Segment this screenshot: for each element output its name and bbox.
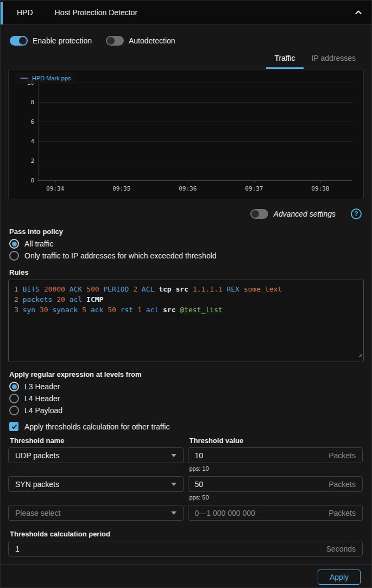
code-line: 1 BITS 20000 ACK 500 PERIOD 2 ACL tcp sr… <box>14 284 358 294</box>
traffic-chart: HPD Mark pps 108642009:3409:3509:3609:37… <box>8 69 364 199</box>
select-value: SYN packets <box>15 480 59 489</box>
y-tick-label: 2 <box>12 157 34 165</box>
x-tick-mark <box>122 180 122 182</box>
code-token-num: 5 <box>82 306 86 314</box>
apply-button[interactable]: Apply <box>318 570 361 585</box>
code-token-ln: 2 <box>14 295 18 304</box>
x-tick-label: 09:37 <box>245 185 263 192</box>
x-tick-label: 09:36 <box>179 185 197 192</box>
rules-label: Rules <box>9 268 363 276</box>
threshold-name-label: Threshold name <box>10 437 184 445</box>
hint-spacer <box>8 463 184 476</box>
tab-ip-addresses[interactable]: IP addresses <box>304 50 364 69</box>
x-tick-label: 09:35 <box>112 185 130 192</box>
period-label: Thresholds calculation period <box>10 530 363 538</box>
advanced-settings-label: Advanced settings <box>274 210 336 218</box>
radio-label: L4 Header <box>24 394 60 403</box>
input-value: 1 <box>15 545 326 553</box>
autodetection-label: Autodetection <box>129 36 175 45</box>
radio-only-exceeded-threshold[interactable]: Only traffic to IP addresses for which e… <box>9 251 363 261</box>
tab-traffic[interactable]: Traffic <box>266 50 303 69</box>
rules-editor[interactable]: 1 BITS 20000 ACK 500 PERIOD 2 ACL tcp sr… <box>8 280 364 362</box>
code-token-op: src <box>175 285 188 293</box>
checkbox-check-icon <box>9 422 18 431</box>
input-unit: Packets <box>329 480 356 489</box>
gridline <box>39 122 352 122</box>
code-token-ln: 1 <box>14 285 18 293</box>
toggle-knob <box>19 37 27 45</box>
autodetection-toggle[interactable] <box>106 36 124 46</box>
input-unit: Packets <box>329 509 356 517</box>
code-token-kw: ACL <box>142 285 154 293</box>
help-icon[interactable]: ? <box>351 208 362 219</box>
enable-protection-toggle[interactable] <box>10 36 28 46</box>
threshold-name-select-2[interactable]: SYN packets <box>8 476 184 492</box>
chart-plot-area: 108642009:3409:3509:3609:3709:38 <box>38 83 352 181</box>
code-token-op: ICMP <box>86 295 103 304</box>
code-token-kw: ACK <box>70 285 82 293</box>
code-token-kw: acl <box>146 306 159 314</box>
code-token-list: @test_list <box>180 306 222 314</box>
y-tick-label: 4 <box>12 138 34 145</box>
caret-down-icon <box>171 483 176 486</box>
toggles-row: Enable protection Autodetection <box>10 36 363 46</box>
code-token-op: src <box>163 306 175 314</box>
code-token-kw: ack <box>91 306 103 314</box>
radio-label: L4 Payload <box>24 406 62 415</box>
panel-header[interactable]: HPD Host Protection Detector <box>1 1 371 25</box>
threshold-name-select-1[interactable]: UDP packets <box>8 447 184 463</box>
y-tick-label: 8 <box>12 99 34 106</box>
x-tick-mark <box>320 180 321 182</box>
radio-l4-payload[interactable]: L4 Payload <box>9 406 363 415</box>
x-tick-label: 09:34 <box>46 185 64 192</box>
threshold-value-input-3[interactable]: 0—1 000 000 000 Packets <box>188 505 363 521</box>
x-tick-mark <box>254 180 255 182</box>
input-value: 10 <box>195 451 329 460</box>
toggle-knob <box>107 37 115 45</box>
thresholds-section: Threshold name Threshold value UDP packe… <box>8 437 363 521</box>
legend-line-icon <box>20 78 28 79</box>
code-token-kw: REX <box>226 285 239 293</box>
radio-icon <box>9 382 19 391</box>
threshold-name-select-3[interactable]: Please select <box>8 505 184 521</box>
code-token-ln: 3 <box>14 306 18 314</box>
gridline <box>39 161 352 161</box>
enable-protection-label: Enable protection <box>33 36 92 45</box>
input-value: 50 <box>195 480 329 489</box>
input-unit: Seconds <box>326 545 356 553</box>
radio-l4-header[interactable]: L4 Header <box>9 394 363 403</box>
code-token-num: 20000 <box>44 285 65 293</box>
threshold-value-input-2[interactable]: 50 Packets <box>188 476 363 492</box>
y-tick-label: 0 <box>12 177 34 184</box>
threshold-value-input-1[interactable]: 10 Packets <box>188 447 363 463</box>
caret-down-icon <box>171 511 176 515</box>
radio-label: L3 Header <box>24 382 60 391</box>
input-placeholder: 0—1 000 000 000 <box>195 509 329 517</box>
x-tick-mark <box>188 180 188 182</box>
chart-legend[interactable]: HPD Mark pps <box>15 73 76 84</box>
code-token-op: tcp <box>159 285 171 293</box>
radio-l3-header[interactable]: L3 Header <box>9 382 363 391</box>
toggle-knob <box>251 210 259 218</box>
code-token-str: some_text <box>244 285 282 293</box>
y-tick-label: 6 <box>12 118 34 125</box>
thresholds-other-traffic-checkbox-row[interactable]: Apply thresholds calculation for other t… <box>9 422 363 431</box>
tabs: Traffic IP addresses <box>8 50 364 69</box>
collapse-chevron-icon[interactable] <box>354 8 363 17</box>
threshold-value-label: Threshold value <box>190 437 363 445</box>
resize-handle-icon[interactable] <box>357 350 362 361</box>
code-token-num: 30 <box>40 306 48 314</box>
period-input[interactable]: 1 Seconds <box>8 541 363 557</box>
radio-icon <box>9 239 19 249</box>
code-token-kw: PERIOD <box>103 285 129 293</box>
radio-label: Only traffic to IP addresses for which e… <box>24 251 217 260</box>
code-token-kw: BITS <box>23 285 40 293</box>
code-token-num: 20 <box>56 295 65 304</box>
panel-title: Host Protection Detector <box>55 8 138 17</box>
advanced-settings-toggle[interactable] <box>250 209 268 219</box>
radio-all-traffic[interactable]: All traffic <box>9 239 363 249</box>
code-token-kw: acl <box>70 295 82 304</box>
hint-spacer <box>8 492 184 505</box>
rules-code: 1 BITS 20000 ACK 500 PERIOD 2 ACL tcp sr… <box>14 284 358 315</box>
legend-label: HPD Mark pps <box>32 75 71 81</box>
